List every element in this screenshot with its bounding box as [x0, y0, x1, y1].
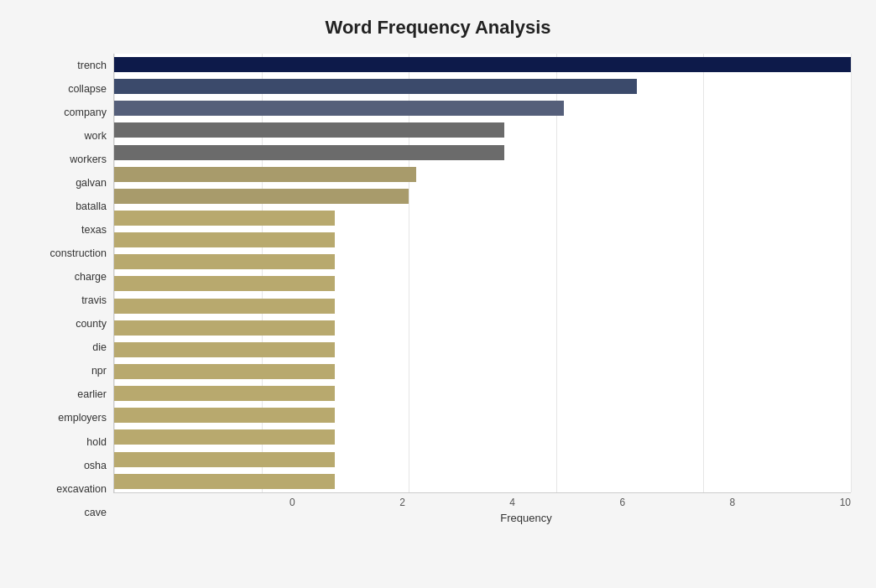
bar-row: [114, 77, 851, 96]
bar: [114, 167, 416, 182]
y-label: npr: [91, 366, 107, 377]
chart-title: Word Frequency Analysis: [25, 17, 851, 39]
grid-line: [262, 54, 263, 492]
bar: [114, 101, 564, 116]
grid-line: [851, 54, 852, 492]
x-tick: 0: [289, 497, 295, 508]
bar-row: [114, 319, 851, 337]
bar: [114, 342, 335, 357]
chart-container: Word Frequency Analysis trenchcollapseco…: [0, 0, 876, 588]
y-label: hold: [86, 437, 107, 448]
bar-row: [114, 143, 851, 162]
x-axis: 0246810: [289, 493, 851, 508]
bar-row: [114, 472, 851, 491]
bar: [114, 452, 335, 467]
grid-line: [703, 54, 704, 492]
bar: [114, 122, 504, 138]
x-tick: 8: [730, 497, 736, 508]
bar: [114, 79, 637, 94]
grid-line: [409, 54, 409, 492]
x-tick: 6: [619, 497, 625, 508]
bar-row: [114, 341, 851, 359]
y-label: employers: [58, 413, 107, 424]
y-axis-labels: trenchcollapsecompanyworkworkersgalvanba…: [25, 54, 113, 524]
bar: [114, 254, 335, 269]
y-label: construction: [50, 248, 107, 259]
bar-row: [114, 187, 851, 206]
y-label: company: [64, 107, 107, 118]
y-label: excavation: [56, 484, 107, 495]
bar-row: [114, 406, 851, 424]
bar-row: [114, 99, 851, 117]
grid-line: [556, 54, 557, 492]
x-axis-label: Frequency: [201, 512, 851, 524]
axes-wrapper: 0246810 Frequency: [113, 54, 851, 524]
y-label: earlier: [77, 389, 107, 400]
y-label: texas: [81, 225, 107, 236]
bar-row: [114, 231, 851, 249]
y-label: collapse: [68, 84, 107, 95]
bar-row: [114, 274, 851, 293]
y-label: batalla: [76, 201, 107, 212]
bar: [114, 364, 335, 379]
bar-row: [114, 55, 851, 74]
y-label: workers: [70, 154, 107, 165]
bar: [114, 145, 504, 160]
bar-row: [114, 121, 851, 139]
y-label: cave: [85, 507, 107, 518]
bar: [114, 189, 409, 204]
y-label: die: [92, 342, 107, 353]
bar: [114, 408, 335, 423]
grid-line: [114, 54, 115, 492]
bar: [114, 320, 335, 336]
bar: [114, 474, 335, 489]
bar-row: [114, 362, 851, 381]
bar-row: [114, 428, 851, 446]
y-label: galvan: [76, 178, 107, 189]
y-label: trench: [77, 60, 107, 71]
x-tick: 10: [840, 497, 851, 508]
y-label: county: [76, 319, 107, 330]
plot-area: [113, 54, 851, 493]
bar: [114, 429, 335, 445]
bar: [114, 386, 335, 401]
bar: [114, 211, 335, 226]
bar-row: [114, 209, 851, 227]
chart-area: trenchcollapsecompanyworkworkersgalvanba…: [25, 54, 851, 524]
bar: [114, 276, 335, 291]
bar-row: [114, 252, 851, 271]
bar-row: [114, 384, 851, 403]
x-tick: 4: [509, 497, 515, 508]
x-axis-section: 0246810 Frequency: [201, 493, 851, 524]
bar: [114, 57, 851, 72]
y-label: osha: [84, 461, 107, 471]
bar-row: [114, 450, 851, 469]
y-label: work: [85, 131, 107, 142]
y-label: travis: [81, 295, 107, 306]
bar: [114, 299, 335, 314]
y-label: charge: [75, 272, 107, 283]
x-tick: 2: [399, 497, 405, 508]
bar-row: [114, 297, 851, 315]
bar-row: [114, 165, 851, 184]
bar: [114, 232, 335, 247]
